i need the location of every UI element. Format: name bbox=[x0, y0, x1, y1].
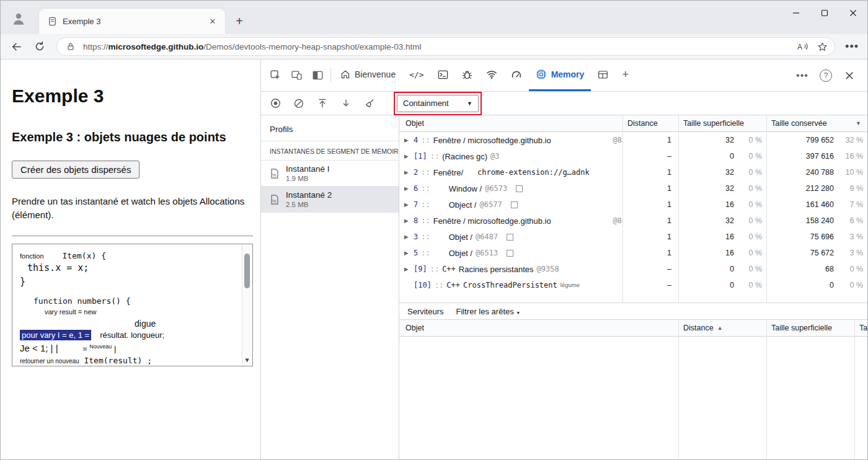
column-shallow[interactable]: Taille superficielle bbox=[766, 324, 854, 332]
retainers-tab[interactable]: Serviteurs bbox=[407, 307, 444, 316]
expander-icon[interactable]: ▶ bbox=[404, 185, 410, 192]
column-objet[interactable]: Objet bbox=[399, 119, 622, 128]
tab-console[interactable] bbox=[431, 60, 455, 91]
tab-performance[interactable] bbox=[504, 60, 529, 91]
devtools-close-icon[interactable] bbox=[839, 71, 860, 80]
tab-network[interactable] bbox=[479, 60, 504, 91]
expander-icon[interactable]: ▶ bbox=[404, 201, 410, 208]
column-distance[interactable]: Distance▲ bbox=[678, 324, 766, 332]
help-icon[interactable]: ? bbox=[815, 69, 836, 82]
inspect-icon[interactable] bbox=[265, 60, 286, 91]
code-scrollbar[interactable]: ▼ bbox=[242, 245, 252, 365]
expander-icon[interactable]: ▶ bbox=[404, 153, 410, 159]
tab-favicon-icon bbox=[48, 17, 57, 26]
row-checkbox[interactable] bbox=[511, 201, 518, 208]
url-text[interactable]: https://microsoftedge.github.io/Demos/de… bbox=[83, 42, 790, 51]
record-snapshot-icon[interactable] bbox=[267, 95, 283, 112]
expander-icon[interactable]: ▶ bbox=[404, 137, 410, 143]
code-text: retourner un nouveau bbox=[20, 358, 79, 365]
tab-memory[interactable]: Memory bbox=[529, 60, 591, 91]
chevron-down-icon: ▾ bbox=[517, 310, 520, 316]
layout-icon bbox=[598, 69, 608, 80]
sort-asc-icon: ▲ bbox=[717, 325, 723, 331]
back-icon[interactable] bbox=[9, 40, 23, 53]
column-retained[interactable]: Taille conservée▼ bbox=[766, 119, 867, 128]
devtools-tabbar: Bienvenue </> Memory + ••• ? bbox=[261, 60, 867, 92]
code-icon: </> bbox=[409, 70, 423, 79]
chevron-down-icon: ▼ bbox=[467, 100, 472, 107]
code-text: Je < 1; | | bbox=[20, 343, 58, 353]
heap-grid-header: Objet Distance Taille superficielle Tail… bbox=[399, 115, 867, 132]
heap-row[interactable]: ▶[1]::(Racines gc)@3 – 00 % 397 61616 % bbox=[399, 148, 867, 164]
expander-icon[interactable]: ▶ bbox=[404, 266, 410, 272]
load-profile-icon[interactable] bbox=[314, 95, 330, 112]
profiles-sidebar: Profils INSTANTANÉS DE SEGMENT DE MÉMOIR… bbox=[261, 115, 399, 459]
code-block[interactable]: fonctionItem(x) { this.x = x; } function… bbox=[12, 244, 253, 366]
separator bbox=[330, 68, 331, 82]
heap-row[interactable]: ▶2::Fenêtre/chrome-extension://g…adnk 1 … bbox=[399, 164, 867, 180]
heap-row[interactable]: ▶5::Objet /@6513 1 160 % 75 6723 % bbox=[399, 245, 867, 261]
create-objects-button[interactable]: Créer des objets dispersés bbox=[12, 161, 140, 179]
scroll-down-icon[interactable]: ▼ bbox=[242, 356, 252, 363]
column-objet[interactable]: Objet bbox=[399, 324, 678, 332]
close-button[interactable] bbox=[839, 1, 867, 25]
save-profile-icon[interactable] bbox=[338, 95, 354, 112]
device-emulation-icon[interactable] bbox=[286, 60, 307, 91]
browser-tab[interactable]: Exemple 3 ✕ bbox=[39, 9, 225, 34]
row-checkbox[interactable] bbox=[516, 185, 523, 192]
heap-row[interactable]: [10]::C++CrossThreadPersistentlégume – 0… bbox=[399, 277, 867, 293]
browser-menu-icon[interactable]: ••• bbox=[845, 40, 859, 53]
row-checkbox[interactable] bbox=[507, 234, 513, 241]
dock-side-icon[interactable] bbox=[307, 60, 328, 91]
clear-profiles-icon[interactable] bbox=[291, 95, 307, 112]
code-text: function numbers() { bbox=[33, 296, 236, 307]
snapshot-item[interactable]: % Instantané I1.9 MB bbox=[261, 161, 399, 187]
sort-desc-icon: ▼ bbox=[856, 120, 861, 126]
retainers-toolbar: Serviteurs Filtrer les arêtes▾ bbox=[399, 303, 867, 319]
divider bbox=[12, 236, 253, 236]
tab-more-panels[interactable] bbox=[591, 60, 615, 91]
expander-icon[interactable]: ▶ bbox=[404, 169, 410, 175]
minimize-button[interactable] bbox=[782, 1, 810, 25]
svg-text:%: % bbox=[272, 172, 277, 177]
heap-row[interactable]: ▶8::Fenêtre / microsoftedge.github.io@8 … bbox=[399, 213, 867, 229]
lock-icon[interactable] bbox=[63, 39, 78, 54]
column-retained[interactable]: Taille conservée bbox=[854, 324, 867, 332]
expander-icon[interactable]: ▶ bbox=[404, 234, 410, 240]
clear-broom-icon[interactable] bbox=[361, 95, 378, 112]
heap-row[interactable]: ▶7::Object /@6577 1 160 % 161 4607 % bbox=[399, 197, 867, 213]
add-panel-button[interactable]: + bbox=[615, 60, 636, 91]
snapshot-item-selected[interactable]: % Instantané 22.5 MB bbox=[261, 187, 399, 213]
profile-avatar-icon[interactable] bbox=[9, 9, 28, 28]
favorites-star-icon[interactable] bbox=[815, 39, 830, 54]
refresh-icon[interactable] bbox=[33, 40, 46, 53]
new-tab-button[interactable]: + bbox=[230, 12, 249, 30]
expander-icon[interactable]: ▶ bbox=[404, 218, 410, 224]
bug-icon bbox=[462, 69, 472, 80]
scrollbar-thumb[interactable] bbox=[244, 254, 250, 288]
expander-icon[interactable]: ▶ bbox=[404, 250, 410, 256]
window-controls bbox=[782, 1, 867, 25]
column-shallow[interactable]: Taille superficielle bbox=[678, 119, 766, 128]
tab-elements[interactable]: </> bbox=[402, 60, 430, 91]
devtools-menu-icon[interactable]: ••• bbox=[792, 70, 813, 81]
code-text: this.x = x; bbox=[27, 262, 236, 275]
home-icon bbox=[340, 69, 350, 79]
column-distance[interactable]: Distance bbox=[622, 119, 678, 128]
heap-main: Objet Distance Taille superficielle Tail… bbox=[399, 115, 867, 459]
maximize-button[interactable] bbox=[810, 1, 839, 25]
tab-welcome[interactable]: Bienvenue bbox=[334, 60, 402, 91]
heap-row[interactable]: ▶4::Fenêtre / microsoftedge.github.io@8 … bbox=[399, 132, 867, 148]
address-bar[interactable]: https://microsoftedge.github.io/Demos/de… bbox=[56, 37, 835, 56]
code-selection: pour vary I = e, 1 = bbox=[20, 330, 91, 340]
heap-row[interactable]: ▶6::Window /@6573 1 320 % 212 2809 % bbox=[399, 180, 867, 197]
filter-edges-dropdown[interactable]: Filtrer les arêtes▾ bbox=[456, 307, 520, 316]
heap-row[interactable]: ▶3::Objet /@6487 1 160 % 75 6963 % bbox=[399, 229, 867, 245]
row-checkbox[interactable] bbox=[507, 250, 513, 257]
tab-close-icon[interactable]: ✕ bbox=[206, 15, 219, 28]
perspective-dropdown[interactable]: Containment ▼ bbox=[397, 95, 479, 112]
tab-debugger[interactable] bbox=[455, 60, 479, 91]
memory-chip-icon bbox=[536, 69, 547, 80]
heap-row[interactable]: ▶[9]::C++Racines persistantes@9358 – 00 … bbox=[399, 261, 867, 277]
read-aloud-icon[interactable]: A bbox=[795, 39, 810, 54]
